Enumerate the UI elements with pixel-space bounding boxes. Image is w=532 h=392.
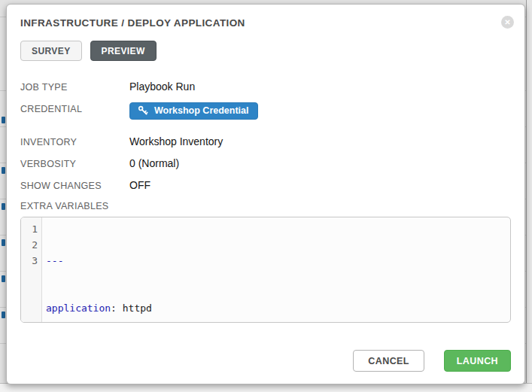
modal-title: INFRASTRUCTURE / DEPLOY APPLICATION [20, 17, 511, 29]
modal-footer: CANCEL LAUNCH [20, 342, 511, 372]
tabs-row: SURVEY PREVIEW [20, 41, 511, 61]
field-label: SHOW CHANGES [20, 179, 129, 191]
editor-code-area[interactable]: --- application: httpd [42, 217, 510, 322]
line-number: 2 [21, 237, 38, 253]
field-label: JOB TYPE [20, 81, 129, 93]
clipped-background-link [2, 117, 5, 123]
field-value: OFF [129, 179, 150, 191]
deploy-application-modal: INFRASTRUCTURE / DEPLOY APPLICATION ✕ SU… [6, 4, 525, 384]
code-line: application: httpd [46, 300, 510, 316]
extra-variables-editor[interactable]: 1 2 3 --- application: httpd [20, 217, 511, 323]
field-row-show-changes: SHOW CHANGES OFF [20, 179, 511, 191]
background-right-strip [526, 0, 532, 392]
line-number: 3 [21, 253, 38, 269]
field-value: Playbook Run [129, 81, 195, 93]
clipped-background-link [2, 239, 5, 246]
editor-line-numbers: 1 2 3 [21, 217, 42, 322]
cancel-button[interactable]: CANCEL [353, 350, 424, 372]
key-icon [138, 105, 148, 116]
code-line: --- [46, 253, 510, 269]
field-value: Workshop Inventory [129, 135, 223, 147]
clipped-background-link [2, 167, 5, 174]
credential-badge-label: Workshop Credential [154, 105, 248, 116]
field-row-job-type: JOB TYPE Playbook Run [20, 81, 511, 93]
close-icon[interactable]: ✕ [501, 16, 514, 29]
extra-variables-label: EXTRA VARIABLES [20, 201, 511, 211]
line-number: 1 [21, 221, 38, 237]
field-value: 0 (Normal) [129, 157, 179, 169]
tab-preview[interactable]: PREVIEW [90, 41, 157, 61]
clipped-background-link [2, 311, 5, 318]
code-token: application [46, 302, 111, 314]
field-row-credential: CREDENTIAL Workshop Credential [20, 102, 511, 120]
clipped-background-link [2, 275, 5, 282]
field-row-inventory: INVENTORY Workshop Inventory [20, 135, 511, 147]
field-row-verbosity: VERBOSITY 0 (Normal) [20, 157, 511, 169]
field-label: VERBOSITY [20, 157, 129, 169]
clipped-background-link [2, 203, 5, 210]
code-token: : httpd [111, 302, 152, 314]
extra-variables-section: EXTRA VARIABLES 1 2 3 --- application: h… [20, 201, 511, 323]
field-label: CREDENTIAL [20, 102, 129, 114]
credential-badge[interactable]: Workshop Credential [129, 102, 258, 120]
launch-button[interactable]: LAUNCH [444, 350, 511, 372]
modal-header: INFRASTRUCTURE / DEPLOY APPLICATION ✕ [20, 17, 511, 29]
tab-survey[interactable]: SURVEY [20, 41, 82, 61]
code-token: --- [46, 255, 63, 266]
field-label: INVENTORY [20, 135, 129, 147]
